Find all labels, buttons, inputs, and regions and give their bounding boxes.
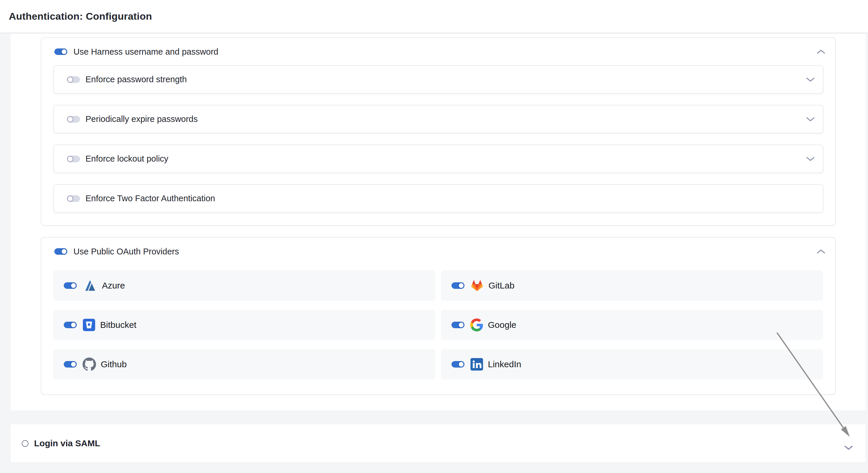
setting-row-expire-passwords: Periodically expire passwords bbox=[54, 105, 823, 133]
saml-label: Login via SAML bbox=[34, 438, 100, 448]
github-toggle[interactable] bbox=[64, 361, 77, 368]
linkedin-icon bbox=[470, 358, 483, 371]
provider-label: GitLab bbox=[489, 281, 514, 290]
two-factor-toggle[interactable] bbox=[67, 195, 80, 202]
toggle-knob bbox=[70, 361, 77, 368]
provider-azure: Azure bbox=[53, 270, 435, 301]
gitlab-toggle[interactable] bbox=[452, 282, 464, 289]
google-toggle[interactable] bbox=[452, 322, 464, 328]
section-username-password-header: Use Harness username and password bbox=[41, 38, 835, 59]
github-icon bbox=[83, 357, 96, 371]
toggle-knob bbox=[67, 116, 73, 123]
google-icon bbox=[470, 318, 483, 332]
oauth-provider-grid: Azure GitLab bbox=[53, 270, 823, 380]
toggle-knob bbox=[458, 322, 464, 328]
section-oauth-header: Use Public OAuth Providers bbox=[41, 238, 835, 258]
chevron-down-icon[interactable] bbox=[806, 117, 815, 122]
gitlab-icon bbox=[470, 279, 484, 292]
page-header: Authentication: Configuration bbox=[0, 0, 868, 33]
provider-bitbucket: Bitbucket bbox=[53, 310, 435, 340]
expire-passwords-toggle[interactable] bbox=[67, 116, 80, 123]
password-strength-toggle[interactable] bbox=[67, 76, 80, 83]
page-title: Authentication: Configuration bbox=[9, 10, 152, 22]
setting-label: Enforce lockout policy bbox=[86, 154, 168, 164]
username-password-toggle[interactable] bbox=[54, 49, 67, 55]
setting-label: Enforce password strength bbox=[86, 75, 187, 84]
section-label: Use Public OAuth Providers bbox=[73, 247, 179, 256]
provider-label: Azure bbox=[102, 281, 125, 290]
toggle-knob bbox=[458, 361, 464, 368]
setting-label: Periodically expire passwords bbox=[86, 114, 198, 124]
setting-row-lockout-policy: Enforce lockout policy bbox=[54, 145, 823, 173]
toggle-knob bbox=[61, 49, 67, 55]
chevron-down-icon[interactable] bbox=[806, 77, 815, 82]
section-oauth-providers: Use Public OAuth Providers Azure bbox=[41, 237, 836, 395]
setting-row-two-factor: Enforce Two Factor Authentication bbox=[54, 184, 823, 213]
provider-label: LinkedIn bbox=[488, 359, 521, 369]
oauth-providers-toggle[interactable] bbox=[54, 248, 67, 255]
section-label: Use Harness username and password bbox=[73, 47, 218, 57]
provider-google: Google bbox=[441, 310, 823, 340]
azure-toggle[interactable] bbox=[64, 282, 77, 289]
setting-label: Enforce Two Factor Authentication bbox=[86, 194, 215, 203]
saml-radio[interactable] bbox=[22, 440, 29, 447]
toggle-knob bbox=[67, 156, 73, 162]
provider-label: Google bbox=[488, 320, 517, 330]
chevron-up-icon[interactable] bbox=[816, 49, 826, 54]
saml-login-row[interactable]: Login via SAML bbox=[10, 424, 866, 463]
setting-row-password-strength: Enforce password strength bbox=[54, 65, 823, 94]
lockout-policy-toggle[interactable] bbox=[67, 156, 80, 162]
linkedin-toggle[interactable] bbox=[452, 361, 464, 368]
toggle-knob bbox=[67, 76, 73, 83]
toggle-knob bbox=[70, 282, 77, 289]
azure-icon bbox=[83, 279, 97, 292]
bitbucket-toggle[interactable] bbox=[64, 322, 77, 328]
toggle-knob bbox=[61, 248, 67, 255]
toggle-knob bbox=[67, 195, 73, 202]
provider-github: Github bbox=[53, 349, 435, 380]
chevron-down-icon[interactable] bbox=[844, 445, 854, 451]
provider-label: Bitbucket bbox=[100, 320, 136, 330]
provider-linkedin: LinkedIn bbox=[441, 349, 823, 380]
section-username-password: Use Harness username and password Enforc… bbox=[41, 37, 836, 226]
toggle-knob bbox=[70, 322, 77, 328]
provider-label: Github bbox=[101, 359, 127, 369]
toggle-knob bbox=[458, 282, 464, 289]
provider-gitlab: GitLab bbox=[441, 270, 823, 301]
bitbucket-icon bbox=[83, 318, 95, 332]
chevron-up-icon[interactable] bbox=[816, 249, 826, 254]
chevron-down-icon[interactable] bbox=[806, 156, 815, 162]
